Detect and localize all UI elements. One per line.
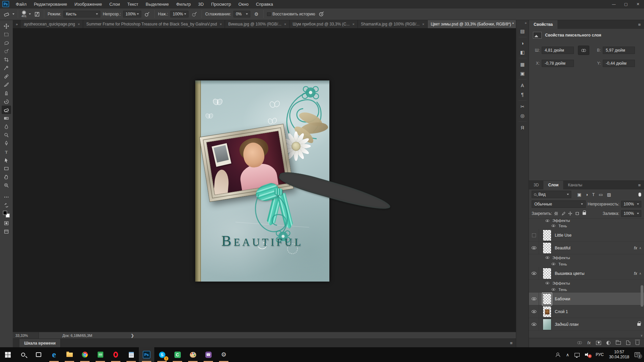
width-field[interactable]: 4,81 дюйм [542, 47, 574, 54]
airbrush-icon[interactable] [191, 10, 198, 18]
fx-badge[interactable]: fx [634, 246, 637, 250]
taskbar-photoshop-active[interactable]: Ps [139, 347, 154, 362]
status-chevron-icon[interactable]: ❯ [131, 333, 134, 338]
zoom-tool[interactable] [2, 181, 11, 189]
layer-thumbnail[interactable] [543, 230, 551, 241]
layer-fill-field[interactable]: 100% [621, 210, 641, 217]
brush-settings-toggle-icon[interactable] [33, 10, 41, 18]
collapse-effects-icon[interactable]: ∧ [639, 272, 641, 275]
layer-thumbnail[interactable] [543, 319, 551, 330]
clone-stamp-tool[interactable] [2, 89, 11, 97]
filter-type-layers-icon[interactable]: T [592, 192, 595, 197]
new-layer-icon[interactable] [626, 341, 630, 345]
mode-select[interactable]: Кисть [63, 11, 100, 17]
add-layer-mask-icon[interactable] [596, 341, 601, 345]
blend-mode-select[interactable]: Обычные [532, 200, 586, 208]
fx-badge[interactable]: fx [634, 271, 637, 276]
visibility-toggle[interactable] [529, 229, 539, 241]
timeline-panel-tab[interactable]: Шкала времени [19, 339, 61, 347]
visibility-toggle[interactable] [529, 242, 539, 254]
start-button[interactable] [0, 347, 15, 362]
hidden-icons-chevron[interactable]: ∧ [566, 352, 569, 357]
menu-file[interactable]: Файл [12, 0, 30, 8]
tab-layers[interactable]: Слои [543, 181, 563, 189]
clock[interactable]: 10:57 30.04.2018 [609, 350, 629, 360]
layer-effects-row[interactable]: Эффекты [529, 254, 644, 261]
menu-layers[interactable]: Слои [106, 0, 124, 8]
filter-smart-objects-icon[interactable]: ▨ [607, 192, 611, 197]
taskbar-notepad[interactable] [123, 347, 139, 362]
close-icon[interactable]: × [78, 22, 80, 26]
history-panel-icon[interactable]: ▤ [518, 26, 527, 36]
move-tool[interactable] [2, 22, 11, 30]
layer-effects-row[interactable]: Эффекты [529, 280, 644, 286]
add-adjustment-layer-icon[interactable] [606, 341, 610, 345]
lock-pixels-icon[interactable] [561, 212, 565, 216]
erase-to-history-icon[interactable] [317, 10, 325, 18]
menu-3d[interactable]: 3D [195, 0, 208, 8]
type-tool[interactable]: T [2, 147, 11, 156]
history-brush-tool[interactable] [2, 97, 11, 106]
layer-thumbnail[interactable] [543, 306, 551, 317]
filter-shape-layers-icon[interactable]: ▭ [599, 192, 603, 197]
visibility-eye-icon[interactable] [545, 256, 549, 259]
lock-all-icon[interactable] [582, 212, 586, 216]
add-layer-style-icon[interactable]: fx [587, 340, 591, 345]
menu-image[interactable]: Изображение [71, 0, 106, 8]
zoom-level-field[interactable]: 33,33% [13, 332, 39, 339]
document-tab-active[interactable]: Цвет зимы.psd @ 33,3% (Бабочки, RGB/8*) … [428, 20, 516, 28]
menu-edit[interactable]: Редактирование [30, 0, 71, 8]
swatches-panel-icon[interactable]: ◑ [518, 39, 527, 48]
adjustments-panel-icon[interactable]: ◧ [518, 48, 527, 57]
close-icon[interactable]: × [422, 22, 424, 26]
pen-tool[interactable] [2, 139, 11, 147]
menu-type[interactable]: Текст [124, 0, 142, 8]
maximize-button[interactable]: ▢ [620, 0, 632, 8]
smoothing-select[interactable]: 0% [233, 11, 250, 17]
layer-row-embroidery-flowers[interactable]: Вышивка цветы fx ∧ [529, 267, 644, 280]
gear-icon[interactable]: ⚙ [253, 10, 260, 18]
layer-effects-row[interactable]: Эффекты [529, 219, 644, 223]
document-artwork[interactable]: Beautiful [195, 80, 329, 282]
lock-position-icon[interactable] [568, 212, 572, 216]
quick-mask-button[interactable] [2, 219, 11, 227]
layer-shadow-row[interactable]: Тень [529, 286, 644, 293]
styles-panel-icon[interactable]: ▦ [518, 60, 527, 69]
layer-opacity-field[interactable]: 100% [621, 201, 641, 207]
menu-select[interactable]: Выделение [142, 0, 172, 8]
visibility-toggle[interactable] [529, 293, 539, 305]
foreground-background-colors[interactable] [2, 209, 11, 219]
menu-help[interactable]: Справка [252, 0, 277, 8]
clone-source-panel-icon[interactable]: ▣ [518, 69, 527, 78]
sync-panel-icon[interactable]: ◎ [518, 111, 527, 120]
taskbar-opera[interactable] [108, 347, 123, 362]
x-field[interactable]: -0,78 дюйм [542, 60, 574, 67]
layer-thumbnail[interactable] [543, 268, 551, 279]
layer-shadow-row[interactable]: Тень [529, 261, 644, 267]
taskbar-viber[interactable]: ☎ [201, 347, 216, 362]
blur-tool[interactable] [2, 122, 11, 131]
close-button[interactable]: ✕ [632, 0, 644, 8]
hand-tool[interactable] [2, 173, 11, 181]
canvas-area[interactable]: Beautiful [13, 28, 516, 332]
taskbar-edge[interactable]: e [46, 347, 62, 362]
rectangle-tool[interactable] [2, 164, 11, 173]
menu-window[interactable]: Окно [235, 0, 252, 8]
flow-select[interactable]: 100% [170, 11, 189, 17]
filter-toggle-switch[interactable] [638, 192, 641, 197]
document-tab-1[interactable]: aystheocean_quickpage.png × [21, 20, 83, 28]
layer-row-little-use[interactable]: Little Use [529, 229, 644, 242]
close-icon[interactable]: × [352, 22, 354, 26]
layer-filter-select[interactable]: Вид [532, 191, 571, 198]
visibility-eye-icon[interactable] [551, 263, 555, 265]
filter-adjustment-layers-icon[interactable]: ◑ [585, 192, 588, 197]
rectangular-marquee-tool[interactable] [2, 30, 11, 39]
close-icon[interactable]: × [220, 22, 222, 26]
lock-artboard-icon[interactable] [575, 212, 579, 216]
menu-filter[interactable]: Фильтр [172, 0, 195, 8]
lock-transparency-icon[interactable] [554, 212, 558, 216]
tab-channels[interactable]: Каналы [563, 181, 587, 189]
dodge-tool[interactable] [2, 131, 11, 139]
timeline-menu-icon[interactable]: ≡ [510, 341, 513, 346]
taskbar-paint-app[interactable] [185, 347, 201, 362]
